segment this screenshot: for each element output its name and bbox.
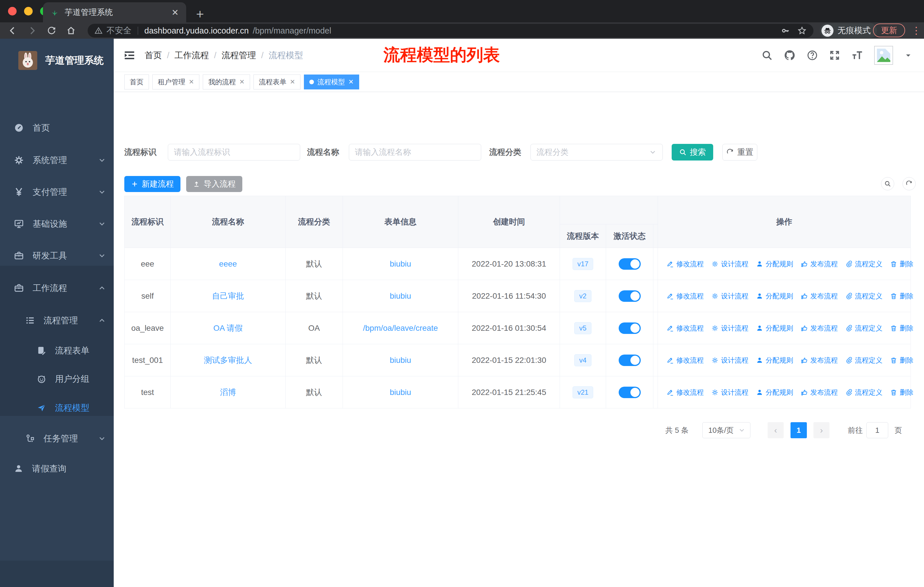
key-icon[interactable] (781, 26, 790, 35)
filter-name-input[interactable] (349, 144, 481, 160)
sidebar-item-home[interactable]: 首页 (0, 112, 114, 144)
reset-button[interactable]: 重置 (723, 144, 757, 160)
fullscreen-icon[interactable] (829, 50, 840, 61)
breadcrumb-workflow[interactable]: 工作流程 (175, 50, 209, 61)
address-bar[interactable]: 不安全 dashboard.yudao.iocoder.cn/bpm/manag… (87, 24, 813, 38)
status-toggle-on[interactable] (619, 387, 641, 398)
design-flow-link[interactable]: 设计流程 (711, 388, 748, 397)
status-toggle-on[interactable] (619, 355, 641, 366)
design-flow-link[interactable]: 设计流程 (711, 324, 748, 333)
reload-icon[interactable] (45, 24, 58, 37)
close-icon[interactable]: ✕ (189, 78, 194, 86)
sidebar-item-leave-query[interactable]: 请假查询 (0, 453, 114, 484)
sidebar-item-flow-management[interactable]: 流程管理 (0, 304, 114, 336)
breadcrumb-home[interactable]: 首页 (145, 50, 162, 61)
form-info-link[interactable]: biubiu (390, 388, 411, 397)
home-icon[interactable] (65, 24, 78, 37)
close-icon[interactable]: ✕ (348, 78, 353, 86)
tab-close-icon[interactable]: ✕ (172, 7, 179, 18)
sidebar-item-flow-form[interactable]: 流程表单 (0, 336, 114, 365)
model-name-link[interactable]: 测试多审批人 (204, 355, 252, 366)
model-name-link[interactable]: OA 请假 (213, 323, 243, 334)
avatar[interactable] (874, 46, 893, 65)
delete-link[interactable]: 删除 (890, 388, 913, 397)
breadcrumb-flow-management[interactable]: 流程管理 (222, 50, 256, 61)
browser-tab[interactable]: 芋道管理系统 ✕ (43, 2, 186, 22)
tag-flow-model-active[interactable]: 流程模型✕ (304, 74, 359, 89)
new-tab-button[interactable]: ＋ (194, 5, 206, 22)
delete-link[interactable]: 删除 (890, 356, 913, 365)
close-icon[interactable]: ✕ (239, 78, 244, 86)
refresh-table-button[interactable] (903, 177, 916, 190)
publish-flow-link[interactable]: 发布流程 (800, 324, 838, 333)
security-label[interactable]: 不安全 (107, 25, 132, 36)
status-toggle-on[interactable] (619, 322, 641, 334)
sidebar-item-workflow[interactable]: 工作流程 (0, 272, 114, 304)
modify-flow-link[interactable]: 修改流程 (667, 324, 704, 333)
design-flow-link[interactable]: 设计流程 (711, 291, 748, 301)
tag-tenant[interactable]: 租户管理✕ (152, 74, 200, 89)
sidebar-item-system[interactable]: 系统管理 (0, 144, 114, 176)
design-flow-link[interactable]: 设计流程 (711, 356, 748, 365)
form-info-link[interactable]: /bpm/oa/leave/create (363, 324, 438, 333)
close-icon[interactable]: ✕ (290, 78, 295, 86)
header-search-icon[interactable] (761, 50, 773, 61)
publish-flow-link[interactable]: 发布流程 (800, 356, 838, 365)
assign-rule-link[interactable]: 分配规则 (756, 260, 793, 269)
assign-rule-link[interactable]: 分配规则 (756, 356, 793, 365)
forward-icon[interactable] (26, 24, 38, 37)
github-icon[interactable] (784, 49, 796, 61)
publish-flow-link[interactable]: 发布流程 (800, 388, 838, 397)
assign-rule-link[interactable]: 分配规则 (756, 388, 793, 397)
prev-page-button[interactable]: ‹ (767, 422, 784, 438)
form-info-link[interactable]: biubiu (390, 356, 411, 365)
page-size-select[interactable]: 10条/页 (702, 422, 751, 438)
model-name-link[interactable]: 滔博 (220, 387, 236, 398)
form-info-link[interactable]: biubiu (390, 291, 411, 301)
flow-definition-link[interactable]: 流程定义 (845, 291, 883, 301)
tag-my-flow[interactable]: 我的流程✕ (203, 74, 250, 89)
assign-rule-link[interactable]: 分配规则 (756, 324, 793, 333)
minimize-window-button[interactable] (24, 7, 33, 15)
back-icon[interactable] (6, 24, 19, 37)
flow-definition-link[interactable]: 流程定义 (845, 260, 883, 269)
delete-link[interactable]: 删除 (890, 260, 913, 269)
design-flow-link[interactable]: 设计流程 (711, 260, 748, 269)
create-flow-button[interactable]: 新建流程 (124, 176, 180, 192)
sidebar-item-flow-model[interactable]: 流程模型 (0, 394, 114, 422)
update-button[interactable]: 更新 (873, 23, 905, 37)
modify-flow-link[interactable]: 修改流程 (667, 356, 704, 365)
filter-id-input[interactable] (168, 144, 300, 160)
close-window-button[interactable] (8, 7, 16, 15)
sidebar-item-infra[interactable]: 基础设施 (0, 208, 114, 240)
modify-flow-link[interactable]: 修改流程 (667, 291, 704, 301)
tag-flow-form[interactable]: 流程表单✕ (254, 74, 300, 89)
flow-definition-link[interactable]: 流程定义 (845, 356, 883, 365)
form-info-link[interactable]: biubiu (390, 260, 411, 269)
goto-page-input[interactable] (866, 422, 888, 438)
flow-definition-link[interactable]: 流程定义 (845, 388, 883, 397)
delete-link[interactable]: 删除 (890, 291, 913, 301)
status-toggle-on[interactable] (619, 258, 641, 270)
model-name-link[interactable]: 自己审批 (212, 291, 244, 301)
sidebar-item-payment[interactable]: 支付管理 (0, 176, 114, 208)
modify-flow-link[interactable]: 修改流程 (667, 260, 704, 269)
sidebar-item-user-group[interactable]: 用户分组 (0, 365, 114, 393)
next-page-button[interactable]: › (813, 422, 830, 438)
assign-rule-link[interactable]: 分配规则 (756, 291, 793, 301)
current-page-button[interactable]: 1 (790, 422, 807, 438)
toggle-search-button[interactable] (881, 177, 894, 190)
avatar-caret-down-icon[interactable] (904, 51, 912, 60)
sidebar-fold-icon[interactable] (123, 49, 136, 62)
font-size-icon[interactable] (851, 49, 863, 61)
delete-link[interactable]: 删除 (890, 324, 913, 333)
bookmark-star-icon[interactable] (797, 26, 807, 35)
import-flow-button[interactable]: 导入流程 (186, 176, 242, 192)
publish-flow-link[interactable]: 发布流程 (800, 260, 838, 269)
publish-flow-link[interactable]: 发布流程 (800, 291, 838, 301)
sidebar-item-devtools[interactable]: 研发工具 (0, 240, 114, 272)
tag-home[interactable]: 首页 (124, 74, 149, 89)
filter-category-select[interactable]: 流程分类 (530, 144, 663, 160)
modify-flow-link[interactable]: 修改流程 (667, 388, 704, 397)
model-name-link[interactable]: eeee (219, 260, 237, 269)
